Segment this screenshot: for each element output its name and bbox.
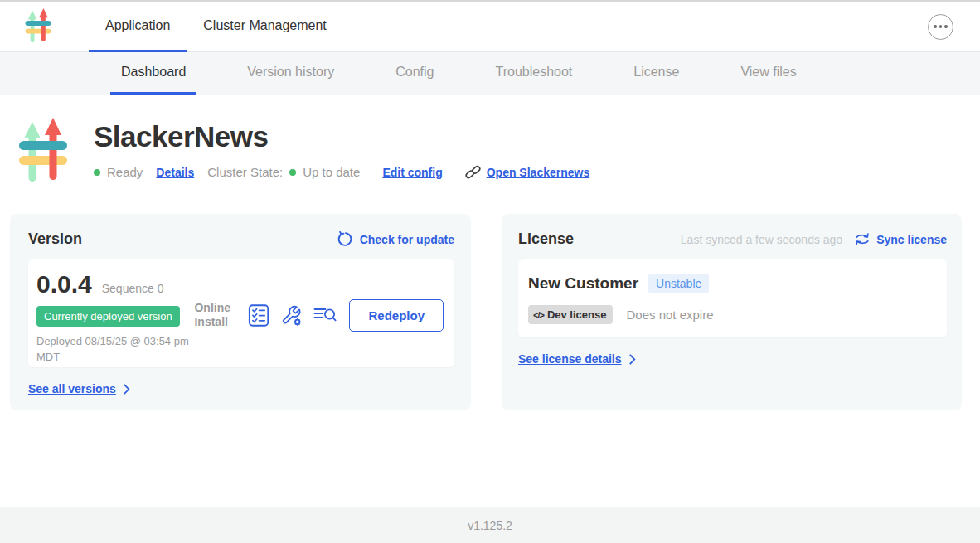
refresh-icon [337,231,353,247]
license-type-text: Dev license [547,308,607,321]
divider [454,164,454,180]
config-wrench-icon[interactable] [280,304,303,327]
tab-application[interactable]: Application [89,2,187,52]
check-for-update-link[interactable]: Check for update [360,233,454,246]
page-title: SlackerNews [94,120,589,153]
check-for-update[interactable]: Check for update [337,231,454,247]
preflight-checks-icon[interactable] [248,304,269,327]
top-header: Application Cluster Management [0,0,980,52]
divider [371,164,371,180]
app-logo-large [18,116,68,189]
ellipsis-icon [934,25,937,28]
see-license-details-link[interactable]: See license details [518,352,622,366]
dashboard-main: SlackerNews Ready Details Cluster State:… [0,95,980,507]
deployed-status-badge: Currently deployed version [36,306,180,327]
last-synced-text: Last synced a few seconds ago [681,233,842,246]
app-status-dot [94,169,100,176]
expiration-text: Does not expire [626,308,713,322]
more-menu-button[interactable] [928,14,953,40]
app-subnav: Dashboard Version history Config Trouble… [0,52,980,95]
version-card-title: Version [28,230,82,248]
view-files-search-icon[interactable] [313,305,337,325]
details-link[interactable]: Details [156,166,194,179]
license-type-badge: </> Dev license [528,305,613,324]
customer-name: New Customer [528,274,638,293]
tab-cluster-management[interactable]: Cluster Management [187,2,343,52]
cluster-state-label: Cluster State: [207,165,283,179]
edit-config-link[interactable]: Edit config [382,166,442,179]
version-number: 0.0.4 [36,270,92,298]
tab-troubleshoot[interactable]: Troubleshoot [484,52,583,95]
channel-badge: Unstable [648,274,709,293]
tab-dashboard[interactable]: Dashboard [110,52,196,95]
version-card: Version Check for update 0.0.4 Sequence … [10,214,471,410]
sync-license-link[interactable]: Sync license [876,233,947,246]
see-all-versions[interactable]: See all versions [28,382,130,395]
app-logo-icon [18,116,68,189]
chevron-right-icon [124,384,130,395]
license-card-title: License [518,230,574,248]
tab-config[interactable]: Config [385,52,444,95]
sync-arrows-icon [855,233,870,245]
tab-view-files[interactable]: View files [730,52,807,95]
license-summary-panel: New Customer Unstable </> Dev license Do… [518,259,947,337]
see-all-versions-link[interactable]: See all versions [28,382,116,395]
cluster-state-dot [289,169,296,176]
console-footer: v1.125.2 [0,507,980,543]
install-type-label: Online Install [194,301,237,330]
admin-console-logo [0,2,89,51]
deployed-timestamp: Deployed 08/15/25 @ 03:54 pm MDT [36,334,194,366]
sync-license[interactable]: Sync license [855,233,947,246]
see-license-details[interactable]: See license details [518,352,636,366]
app-header: SlackerNews Ready Details Cluster State:… [0,95,980,189]
console-version: v1.125.2 [468,519,512,532]
main-nav: Application Cluster Management [89,2,343,51]
link-chain-icon [465,164,481,180]
sequence-label: Sequence 0 [102,282,164,295]
app-status-row: Ready Details Cluster State: Up to date … [94,164,589,180]
code-icon: </> [533,310,544,320]
license-card: License Last synced a few seconds ago Sy… [502,214,962,410]
tab-version-history[interactable]: Version history [236,52,345,95]
redeploy-button[interactable]: Redeploy [349,299,444,332]
current-version-panel: 0.0.4 Sequence 0 Currently deployed vers… [28,259,454,367]
app-logo-icon [25,7,51,46]
tab-license[interactable]: License [623,52,690,95]
open-app-link[interactable]: Open Slackernews [487,166,590,179]
chevron-right-icon [629,354,636,365]
app-status-text: Ready [107,165,143,179]
cluster-state-text: Up to date [303,165,360,179]
